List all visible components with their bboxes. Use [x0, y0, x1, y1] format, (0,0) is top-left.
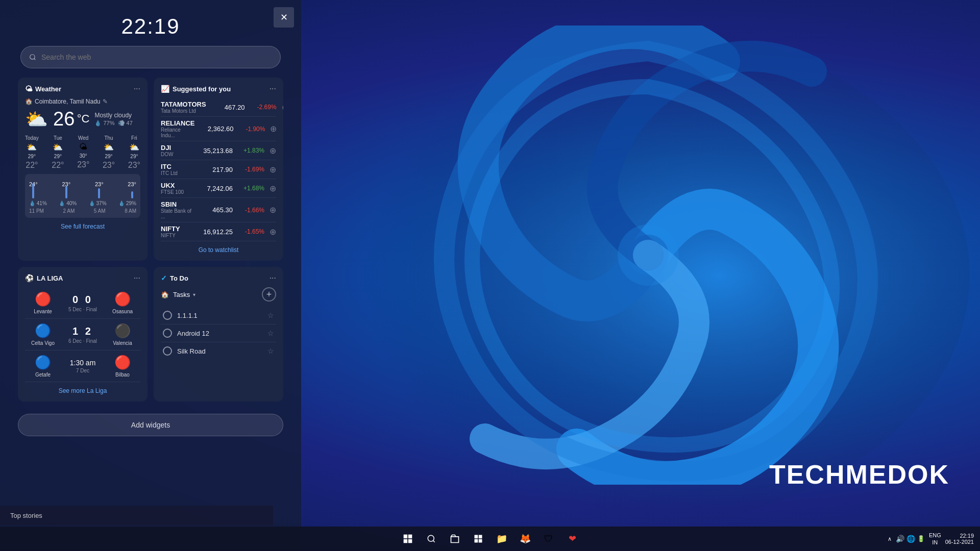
todo-widget: ✓ To Do ··· 🏠 Tasks ▾ + 1.1.1.1 ☆ Androi… [154, 267, 283, 402]
taskbar-app-button[interactable]: ❤ [562, 529, 582, 549]
weather-location: 🏠 Coimbatore, Tamil Nadu ✎ [25, 98, 140, 105]
match-center-1: 1 2 6 Dec · Final [61, 325, 105, 344]
laliga-title: ⚽ LA LIGA [25, 274, 63, 282]
search-input[interactable] [41, 53, 272, 61]
svg-point-1 [633, 240, 664, 270]
weather-title: 🌤 Weather [25, 85, 61, 93]
team-getafe: 🔵 Getafe [25, 355, 61, 378]
stock-row-6: NIFTYNIFTY 16,912.25 -1.65% ⊕ [161, 222, 276, 241]
team-valencia: ⚫ Valencia [105, 323, 140, 346]
taskbar-clock[interactable]: 22:19 06-12-2021 [945, 533, 974, 545]
todo-star-1[interactable]: ☆ [267, 329, 274, 337]
hourly-time-row: 11 PM 2 AM 5 AM 8 AM [29, 208, 136, 214]
add-widgets-button[interactable]: Add widgets [18, 414, 283, 436]
svg-rect-5 [404, 539, 408, 543]
taskbar-search-button[interactable] [421, 529, 442, 549]
win11-swirl [419, 26, 878, 485]
time-display: 22:19 [121, 14, 180, 39]
laliga-more-button[interactable]: ··· [134, 274, 140, 282]
match-row-2: 🔵 Getafe 1:30 am 7 Dec 🔴 Bilbao [25, 350, 140, 382]
weather-icon: 🌤 [25, 85, 32, 93]
edit-location-icon[interactable]: ✎ [103, 98, 108, 105]
svg-rect-8 [475, 535, 478, 539]
team-bilbao: 🔴 Bilbao [105, 355, 140, 378]
laliga-header: ⚽ LA LIGA ··· [25, 274, 140, 282]
team-levante: 🔴 Levante [25, 291, 61, 314]
hourly-temp-row: 24° 23° 23° 23° [29, 178, 136, 198]
taskbar-lang: ENG IN [929, 532, 941, 546]
stocks-widget: 📈 Suggested for you ··· TATAMOTORSTata M… [154, 78, 283, 261]
taskbar-date: 06-12-2021 [945, 539, 974, 545]
start-button[interactable] [398, 529, 418, 549]
taskbar-store-button[interactable] [468, 529, 488, 549]
taskbar-time: 22:19 [960, 533, 974, 539]
see-forecast-link[interactable]: See full forecast [25, 223, 140, 230]
taskbar-shield-button[interactable]: 🛡 [538, 529, 559, 549]
taskbar-right: ∧ 🔊 🌐 🔋 ENG IN 22:19 06-12-2021 [888, 532, 974, 546]
todo-tasks-label[interactable]: Tasks [173, 291, 190, 298]
see-more-liga-link[interactable]: See more La Liga [25, 387, 140, 394]
volume-icon[interactable]: 🔊 [896, 535, 904, 543]
match-row-1: 🔵 Celta Vigo 1 2 6 Dec · Final ⚫ Valenci… [25, 319, 140, 350]
taskbar-explorer-button[interactable] [445, 529, 465, 549]
home-icon: 🏠 [25, 98, 33, 105]
stocks-header: 📈 Suggested for you ··· [161, 85, 276, 93]
todo-icon: ✓ [161, 274, 167, 282]
todo-home-icon: 🏠 [161, 291, 169, 298]
stock-add-1[interactable]: ⊕ [270, 124, 277, 134]
go-watchlist-link[interactable]: Go to watchlist [161, 246, 276, 254]
stock-row-4: UKXFTSE 100 7,242.06 +1.68% ⊕ [161, 179, 276, 198]
weather-hourly: 24° 23° 23° 23° 💧 41% 💧 40% 💧 37% 💧 29% … [25, 174, 140, 218]
tasks-chevron-icon: ▾ [193, 292, 195, 297]
stocks-more-button[interactable]: ··· [270, 85, 276, 93]
stock-add-3[interactable]: ⊕ [270, 165, 276, 174]
taskbar-folder-button[interactable]: 📁 [492, 529, 512, 549]
match-center-0: 0 0 5 Dec · Final [61, 294, 105, 312]
todo-more-button[interactable]: ··· [270, 274, 276, 282]
weather-header: 🌤 Weather ··· [25, 85, 140, 93]
stock-add-5[interactable]: ⊕ [270, 205, 276, 215]
hourly-bar-3 [131, 191, 133, 198]
stock-add-0[interactable]: ⊕ [282, 103, 283, 112]
laliga-icon: ⚽ [25, 274, 34, 282]
stock-add-2[interactable]: ⊕ [270, 146, 276, 156]
stock-add-4[interactable]: ⊕ [270, 184, 276, 193]
search-bar[interactable] [20, 46, 281, 68]
todo-text-0: 1.1.1.1 [177, 312, 262, 319]
hourly-bar-2 [98, 188, 100, 198]
todo-circle-1[interactable] [163, 329, 172, 338]
network-icon[interactable]: 🌐 [906, 535, 915, 543]
todo-text-1: Android 12 [177, 330, 262, 337]
weather-main-icon: ⛅ [25, 109, 48, 130]
close-widgets-button[interactable]: ✕ [274, 7, 294, 28]
weather-day-3: Thu ⛅ 29° 23° [103, 135, 115, 170]
weather-main: ⛅ 26 °C Mostly cloudy 💧 77% 💨 47 [25, 108, 140, 130]
stock-add-6[interactable]: ⊕ [270, 227, 276, 237]
match-center-2: 1:30 am 7 Dec [61, 359, 105, 373]
todo-item-2: Silk Road ☆ [161, 342, 276, 360]
svg-rect-4 [408, 535, 412, 539]
todo-add-button[interactable]: + [262, 287, 276, 302]
hourly-bar-0 [32, 183, 34, 198]
stocks-title: 📈 Suggested for you [161, 85, 231, 93]
hourly-humidity-row: 💧 41% 💧 40% 💧 37% 💧 29% [29, 201, 136, 206]
todo-star-2[interactable]: ☆ [267, 347, 274, 355]
todo-circle-2[interactable] [163, 346, 172, 356]
top-stories-bar[interactable]: Top stories [0, 506, 273, 525]
todo-item-1: Android 12 ☆ [161, 324, 276, 342]
taskbar-firefox-button[interactable]: 🦊 [515, 529, 535, 549]
stocks-icon: 📈 [161, 85, 169, 93]
widgets-panel: ✕ 22:19 🌤 Weather ··· 🏠 Coimbatore, Tami… [0, 0, 301, 551]
stock-row-3: ITCITC Ltd 217.90 -1.69% ⊕ [161, 160, 276, 179]
weather-more-button[interactable]: ··· [134, 85, 140, 93]
system-tray-expand[interactable]: ∧ [888, 536, 892, 542]
svg-rect-3 [404, 535, 408, 539]
search-icon [29, 54, 36, 61]
todo-circle-0[interactable] [163, 311, 172, 320]
stock-row-0: TATAMOTORSTata Motors Ltd 467.20 -2.69% … [161, 98, 276, 117]
todo-star-0[interactable]: ☆ [267, 311, 274, 319]
team-osasuna: 🔴 Osasuna [105, 291, 140, 314]
weather-day-2: Wed 🌤 30° 23° [77, 135, 89, 170]
battery-icon[interactable]: 🔋 [917, 535, 925, 542]
weather-widget: 🌤 Weather ··· 🏠 Coimbatore, Tamil Nadu ✎… [18, 78, 148, 261]
